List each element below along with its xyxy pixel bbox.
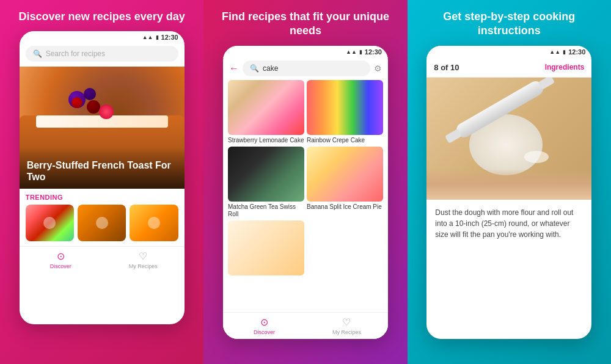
search-bar-2[interactable]: 🔍 cake <box>243 60 370 76</box>
result-img-1 <box>228 80 304 135</box>
result-item-2[interactable]: Rainbow Crepe Cake <box>307 80 383 144</box>
result-item-5[interactable] <box>228 220 304 277</box>
search-value-2: cake <box>263 64 363 73</box>
step-counter: 8 of 10 <box>434 63 459 72</box>
raspberry <box>99 104 114 119</box>
bottom-nav-2: ⊙ Discover ♡ My Recipes <box>223 312 388 339</box>
result-item-3[interactable]: Matcha Green Tea Swiss Roll <box>228 147 304 218</box>
trending-label: TRENDING <box>26 194 178 201</box>
filter-icon[interactable]: ⚙ <box>374 64 382 73</box>
result-title-1: Strawberry Lemonade Cake <box>228 137 304 144</box>
panel-1-heading: Discover new recipes every day <box>7 0 197 31</box>
result-item-4[interactable]: Banana Split Ice Cream Pie <box>307 147 383 218</box>
status-time-2: 12:30 <box>365 48 382 56</box>
panel-steps: Get step-by-step cooking instructions ▲▲… <box>408 0 611 364</box>
nav-myrecipes-1[interactable]: ♡ My Recipes <box>102 247 185 273</box>
results-grid: Strawberry Lemonade Cake Rainbow Crepe C… <box>223 80 388 277</box>
heart-icon-2: ♡ <box>342 316 351 328</box>
step-image <box>426 78 591 200</box>
search-header-2: ← 🔍 cake ⚙ <box>223 58 388 80</box>
search-bar-1[interactable]: 🔍 Search for recipes <box>26 46 178 62</box>
berry-3 <box>84 88 96 100</box>
result-title-2: Rainbow Crepe Cake <box>307 137 383 144</box>
result-img-3 <box>228 147 304 202</box>
hero-image-1: Berry-Stuffed French Toast For Two <box>20 67 185 189</box>
phone-mockup-3: ▲▲ ▮ 12:30 8 of 10 Ingredients Dust the … <box>426 46 591 339</box>
nav-myrecipes-label-2: My Recipes <box>332 329 361 335</box>
nav-discover-1[interactable]: ⊙ Discover <box>20 247 102 273</box>
trending-grid <box>26 205 178 241</box>
hero-overlay: Berry-Stuffed French Toast For Two <box>20 147 185 189</box>
status-time-1: 12:30 <box>161 34 178 41</box>
battery-icon-2: ▮ <box>359 49 362 55</box>
trending-section: TRENDING <box>20 189 185 246</box>
battery-icon-3: ▮ <box>563 49 566 55</box>
back-arrow-icon[interactable]: ← <box>229 63 239 74</box>
berry-2 <box>87 100 100 114</box>
nav-myrecipes-label-1: My Recipes <box>129 263 158 269</box>
trending-item-1[interactable] <box>26 205 74 241</box>
heart-icon-1: ♡ <box>139 250 147 262</box>
result-img-2 <box>307 80 383 135</box>
panel-discover: Discover new recipes every day ▲▲ ▮ 12:3… <box>0 0 203 364</box>
panel-2-heading: Find recipes that fit your unique needs <box>203 0 407 46</box>
bottom-nav-1: ⊙ Discover ♡ My Recipes <box>20 246 185 273</box>
wifi-icon: ▲▲ <box>142 34 153 40</box>
trending-item-3[interactable] <box>130 205 178 241</box>
wifi-icon-2: ▲▲ <box>346 49 357 55</box>
status-bar-3: ▲▲ ▮ 12:30 <box>426 46 591 58</box>
search-placeholder-1: Search for recipes <box>46 49 171 58</box>
status-bar-2: ▲▲ ▮ 12:30 <box>223 46 388 58</box>
result-item-1[interactable]: Strawberry Lemonade Cake <box>228 80 304 144</box>
wifi-icon-3: ▲▲ <box>549 49 560 55</box>
panel-search: Find recipes that fit your unique needs … <box>203 0 407 364</box>
step-description: Dust the dough with more flour and roll … <box>426 200 591 247</box>
hands <box>426 169 591 200</box>
step-header: 8 of 10 Ingredients <box>426 58 591 78</box>
berry-4 <box>71 97 82 108</box>
nav-discover-2[interactable]: ⊙ Discover <box>223 313 306 339</box>
panel-3-heading: Get step-by-step cooking instructions <box>408 0 611 46</box>
flour-dust <box>524 151 549 163</box>
result-title-3: Matcha Green Tea Swiss Roll <box>228 203 304 218</box>
phone-mockup-1: ▲▲ ▮ 12:30 🔍 Search for recipes Berry-St… <box>20 31 185 324</box>
nav-discover-label-1: Discover <box>50 263 71 269</box>
nav-discover-label-2: Discover <box>254 329 275 335</box>
status-bar-1: ▲▲ ▮ 12:30 <box>20 31 185 43</box>
result-img-5 <box>228 220 304 275</box>
compass-icon-2: ⊙ <box>260 316 268 328</box>
search-icon: 🔍 <box>33 49 42 58</box>
phone-mockup-2: ▲▲ ▮ 12:30 ← 🔍 cake ⚙ Strawberry Lemonad… <box>223 46 388 339</box>
search-icon-2: 🔍 <box>250 64 259 73</box>
ingredients-link[interactable]: Ingredients <box>545 63 585 71</box>
trending-item-2[interactable] <box>78 205 126 241</box>
result-img-4 <box>307 147 383 202</box>
result-title-4: Banana Split Ice Cream Pie <box>307 203 383 211</box>
hero-title: Berry-Stuffed French Toast For Two <box>27 159 177 183</box>
nav-myrecipes-2[interactable]: ♡ My Recipes <box>306 313 388 339</box>
status-time-3: 12:30 <box>568 48 585 56</box>
compass-icon: ⊙ <box>57 250 65 262</box>
battery-icon: ▮ <box>156 34 159 40</box>
